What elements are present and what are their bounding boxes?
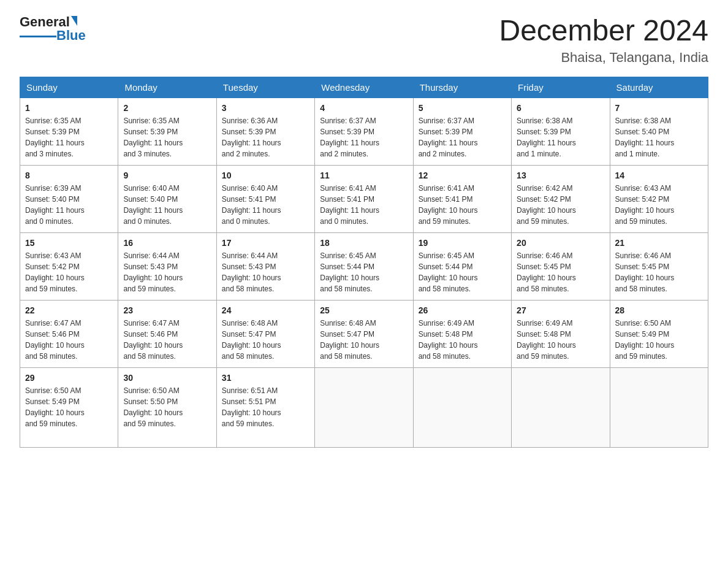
day-cell: 20Sunrise: 6:46 AM Sunset: 5:45 PM Dayli… — [512, 232, 610, 300]
day-number: 22 — [25, 304, 113, 316]
day-cell: 28Sunrise: 6:50 AM Sunset: 5:49 PM Dayli… — [610, 300, 708, 367]
day-info: Sunrise: 6:50 AM Sunset: 5:49 PM Dayligh… — [25, 386, 85, 428]
day-cell: 6Sunrise: 6:38 AM Sunset: 5:39 PM Daylig… — [512, 98, 610, 165]
day-info: Sunrise: 6:40 AM Sunset: 5:41 PM Dayligh… — [222, 184, 281, 226]
day-cell: 9Sunrise: 6:40 AM Sunset: 5:40 PM Daylig… — [118, 165, 216, 232]
day-number: 8 — [25, 169, 113, 182]
day-cell: 26Sunrise: 6:49 AM Sunset: 5:48 PM Dayli… — [413, 300, 511, 367]
page-header: General Blue December 2024 Bhaisa, Telan… — [20, 15, 708, 66]
day-cell — [512, 367, 610, 447]
day-cell: 7Sunrise: 6:38 AM Sunset: 5:40 PM Daylig… — [610, 98, 708, 165]
day-number: 12 — [419, 169, 506, 182]
location-title: Bhaisa, Telangana, India — [499, 50, 708, 66]
day-info: Sunrise: 6:38 AM Sunset: 5:40 PM Dayligh… — [615, 117, 675, 158]
day-cell: 8Sunrise: 6:39 AM Sunset: 5:40 PM Daylig… — [20, 165, 118, 232]
day-number: 14 — [615, 169, 703, 182]
day-number: 31 — [222, 372, 309, 384]
day-cell: 10Sunrise: 6:40 AM Sunset: 5:41 PM Dayli… — [216, 165, 314, 232]
day-number: 5 — [419, 102, 506, 114]
week-row-5: 29Sunrise: 6:50 AM Sunset: 5:49 PM Dayli… — [20, 367, 708, 447]
day-number: 16 — [123, 237, 211, 249]
day-info: Sunrise: 6:42 AM Sunset: 5:42 PM Dayligh… — [517, 184, 576, 226]
day-number: 9 — [123, 169, 211, 182]
day-cell: 3Sunrise: 6:36 AM Sunset: 5:39 PM Daylig… — [216, 98, 314, 165]
day-info: Sunrise: 6:49 AM Sunset: 5:48 PM Dayligh… — [419, 319, 478, 361]
day-info: Sunrise: 6:48 AM Sunset: 5:47 PM Dayligh… — [222, 319, 281, 361]
day-cell: 27Sunrise: 6:49 AM Sunset: 5:48 PM Dayli… — [512, 300, 610, 367]
day-info: Sunrise: 6:50 AM Sunset: 5:49 PM Dayligh… — [615, 319, 675, 361]
day-number: 7 — [615, 102, 703, 114]
day-info: Sunrise: 6:43 AM Sunset: 5:42 PM Dayligh… — [615, 184, 675, 226]
day-cell: 12Sunrise: 6:41 AM Sunset: 5:41 PM Dayli… — [413, 165, 511, 232]
logo-text-blue: Blue — [56, 28, 86, 43]
day-cell: 1Sunrise: 6:35 AM Sunset: 5:39 PM Daylig… — [20, 98, 118, 165]
col-header-friday: Friday — [512, 77, 610, 98]
day-number: 24 — [222, 304, 309, 316]
day-number: 10 — [222, 169, 309, 182]
day-cell: 11Sunrise: 6:41 AM Sunset: 5:41 PM Dayli… — [315, 165, 413, 232]
day-info: Sunrise: 6:46 AM Sunset: 5:45 PM Dayligh… — [615, 251, 675, 293]
week-row-3: 15Sunrise: 6:43 AM Sunset: 5:42 PM Dayli… — [20, 232, 708, 300]
day-info: Sunrise: 6:49 AM Sunset: 5:48 PM Dayligh… — [517, 319, 576, 361]
day-number: 28 — [615, 304, 703, 316]
day-number: 23 — [123, 304, 211, 316]
day-info: Sunrise: 6:39 AM Sunset: 5:40 PM Dayligh… — [25, 184, 85, 226]
day-info: Sunrise: 6:43 AM Sunset: 5:42 PM Dayligh… — [25, 251, 85, 293]
day-cell: 25Sunrise: 6:48 AM Sunset: 5:47 PM Dayli… — [315, 300, 413, 367]
day-number: 26 — [419, 304, 506, 316]
week-row-2: 8Sunrise: 6:39 AM Sunset: 5:40 PM Daylig… — [20, 165, 708, 232]
day-info: Sunrise: 6:36 AM Sunset: 5:39 PM Dayligh… — [222, 117, 281, 158]
col-header-thursday: Thursday — [413, 77, 511, 98]
day-info: Sunrise: 6:45 AM Sunset: 5:44 PM Dayligh… — [419, 251, 478, 293]
day-info: Sunrise: 6:47 AM Sunset: 5:46 PM Dayligh… — [123, 319, 183, 361]
day-number: 6 — [517, 102, 604, 114]
day-cell: 21Sunrise: 6:46 AM Sunset: 5:45 PM Dayli… — [610, 232, 708, 300]
day-cell: 24Sunrise: 6:48 AM Sunset: 5:47 PM Dayli… — [216, 300, 314, 367]
col-header-wednesday: Wednesday — [315, 77, 413, 98]
day-cell — [413, 367, 511, 447]
day-info: Sunrise: 6:38 AM Sunset: 5:39 PM Dayligh… — [517, 117, 576, 158]
col-header-saturday: Saturday — [610, 77, 708, 98]
day-number: 4 — [320, 102, 408, 114]
day-info: Sunrise: 6:47 AM Sunset: 5:46 PM Dayligh… — [25, 319, 85, 361]
day-info: Sunrise: 6:44 AM Sunset: 5:43 PM Dayligh… — [222, 251, 281, 293]
day-cell: 30Sunrise: 6:50 AM Sunset: 5:50 PM Dayli… — [118, 367, 216, 447]
day-number: 18 — [320, 237, 408, 249]
day-cell: 13Sunrise: 6:42 AM Sunset: 5:42 PM Dayli… — [512, 165, 610, 232]
col-header-tuesday: Tuesday — [216, 77, 314, 98]
day-info: Sunrise: 6:41 AM Sunset: 5:41 PM Dayligh… — [419, 184, 478, 226]
day-cell: 15Sunrise: 6:43 AM Sunset: 5:42 PM Dayli… — [20, 232, 118, 300]
day-info: Sunrise: 6:40 AM Sunset: 5:40 PM Dayligh… — [123, 184, 183, 226]
day-number: 25 — [320, 304, 408, 316]
col-header-sunday: Sunday — [20, 77, 118, 98]
day-number: 3 — [222, 102, 309, 114]
day-number: 11 — [320, 169, 408, 182]
day-number: 30 — [123, 372, 211, 384]
day-cell: 4Sunrise: 6:37 AM Sunset: 5:39 PM Daylig… — [315, 98, 413, 165]
day-info: Sunrise: 6:48 AM Sunset: 5:47 PM Dayligh… — [320, 319, 379, 361]
day-info: Sunrise: 6:41 AM Sunset: 5:41 PM Dayligh… — [320, 184, 379, 226]
day-cell: 29Sunrise: 6:50 AM Sunset: 5:49 PM Dayli… — [20, 367, 118, 447]
day-cell: 17Sunrise: 6:44 AM Sunset: 5:43 PM Dayli… — [216, 232, 314, 300]
day-number: 19 — [419, 237, 506, 249]
day-number: 15 — [25, 237, 113, 249]
day-number: 21 — [615, 237, 703, 249]
day-number: 1 — [25, 102, 113, 114]
day-info: Sunrise: 6:51 AM Sunset: 5:51 PM Dayligh… — [222, 386, 281, 428]
day-cell — [315, 367, 413, 447]
day-cell: 14Sunrise: 6:43 AM Sunset: 5:42 PM Dayli… — [610, 165, 708, 232]
week-row-4: 22Sunrise: 6:47 AM Sunset: 5:46 PM Dayli… — [20, 300, 708, 367]
logo-line — [20, 36, 56, 37]
day-cell: 22Sunrise: 6:47 AM Sunset: 5:46 PM Dayli… — [20, 300, 118, 367]
logo: General Blue — [20, 15, 86, 43]
day-info: Sunrise: 6:37 AM Sunset: 5:39 PM Dayligh… — [419, 117, 478, 158]
header-row: SundayMondayTuesdayWednesdayThursdayFrid… — [20, 77, 708, 98]
day-cell: 23Sunrise: 6:47 AM Sunset: 5:46 PM Dayli… — [118, 300, 216, 367]
calendar-table: SundayMondayTuesdayWednesdayThursdayFrid… — [20, 77, 708, 448]
day-info: Sunrise: 6:35 AM Sunset: 5:39 PM Dayligh… — [123, 117, 183, 158]
calendar-header: SundayMondayTuesdayWednesdayThursdayFrid… — [20, 77, 708, 98]
day-number: 13 — [517, 169, 604, 182]
month-title: December 2024 — [499, 15, 708, 47]
day-cell — [610, 367, 708, 447]
day-cell: 19Sunrise: 6:45 AM Sunset: 5:44 PM Dayli… — [413, 232, 511, 300]
